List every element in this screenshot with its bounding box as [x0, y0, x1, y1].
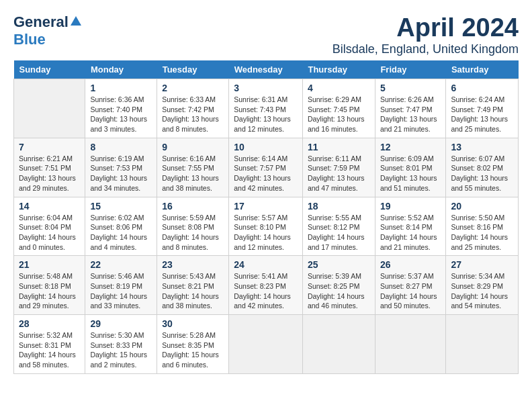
calendar-week-2: 7Sunrise: 6:21 AM Sunset: 7:51 PM Daylig… — [14, 138, 519, 197]
day-number: 2 — [162, 83, 224, 93]
calendar-table: SundayMondayTuesdayWednesdayThursdayFrid… — [13, 60, 519, 374]
calendar-cell: 25Sunrise: 5:39 AM Sunset: 8:25 PM Dayli… — [302, 256, 375, 315]
day-number: 1 — [90, 83, 152, 93]
day-info: Sunrise: 5:34 AM Sunset: 8:29 PM Dayligh… — [451, 271, 513, 311]
calendar-body: 1Sunrise: 6:36 AM Sunset: 7:40 PM Daylig… — [14, 79, 519, 374]
calendar-cell: 10Sunrise: 6:14 AM Sunset: 7:57 PM Dayli… — [229, 138, 303, 197]
calendar-cell: 20Sunrise: 5:50 AM Sunset: 8:16 PM Dayli… — [446, 197, 519, 256]
day-number: 14 — [19, 201, 80, 212]
day-info: Sunrise: 6:16 AM Sunset: 7:55 PM Dayligh… — [162, 154, 224, 193]
day-info: Sunrise: 6:31 AM Sunset: 7:43 PM Dayligh… — [234, 95, 298, 134]
day-number: 21 — [19, 259, 80, 270]
day-info: Sunrise: 6:24 AM Sunset: 7:49 PM Dayligh… — [451, 95, 513, 134]
day-number: 12 — [380, 142, 441, 152]
day-info: Sunrise: 6:07 AM Sunset: 8:02 PM Dayligh… — [451, 154, 513, 193]
day-number: 8 — [90, 142, 152, 152]
calendar-cell: 11Sunrise: 6:11 AM Sunset: 7:59 PM Dayli… — [302, 138, 375, 197]
calendar-cell: 17Sunrise: 5:57 AM Sunset: 8:10 PM Dayli… — [229, 197, 303, 256]
calendar-cell — [302, 315, 375, 374]
calendar-cell: 3Sunrise: 6:31 AM Sunset: 7:43 PM Daylig… — [229, 79, 303, 138]
day-info: Sunrise: 5:32 AM Sunset: 8:31 PM Dayligh… — [19, 330, 80, 370]
day-info: Sunrise: 6:36 AM Sunset: 7:40 PM Dayligh… — [90, 95, 152, 134]
day-number: 28 — [19, 318, 80, 329]
calendar-cell: 16Sunrise: 5:59 AM Sunset: 8:08 PM Dayli… — [157, 197, 229, 256]
calendar-cell: 21Sunrise: 5:48 AM Sunset: 8:18 PM Dayli… — [14, 256, 85, 315]
day-info: Sunrise: 6:29 AM Sunset: 7:45 PM Dayligh… — [308, 95, 370, 134]
calendar-cell: 2Sunrise: 6:33 AM Sunset: 7:42 PM Daylig… — [157, 79, 229, 138]
calendar-cell: 29Sunrise: 5:30 AM Sunset: 8:33 PM Dayli… — [85, 315, 157, 374]
month-title: April 2024 — [332, 13, 519, 42]
day-number: 4 — [308, 83, 370, 93]
calendar-cell: 4Sunrise: 6:29 AM Sunset: 7:45 PM Daylig… — [302, 79, 375, 138]
day-number: 3 — [234, 83, 298, 93]
calendar-cell: 27Sunrise: 5:34 AM Sunset: 8:29 PM Dayli… — [446, 256, 519, 315]
calendar-cell: 15Sunrise: 6:02 AM Sunset: 8:06 PM Dayli… — [85, 197, 157, 256]
day-number: 30 — [162, 318, 224, 329]
title-block: April 2024 Bilsdale, England, United Kin… — [332, 13, 519, 56]
day-info: Sunrise: 6:26 AM Sunset: 7:47 PM Dayligh… — [380, 95, 441, 134]
day-info: Sunrise: 6:19 AM Sunset: 7:53 PM Dayligh… — [90, 154, 152, 193]
day-number: 17 — [234, 201, 298, 212]
calendar-cell: 6Sunrise: 6:24 AM Sunset: 7:49 PM Daylig… — [446, 79, 519, 138]
day-number: 23 — [162, 259, 224, 270]
day-number: 20 — [451, 201, 513, 212]
day-info: Sunrise: 5:59 AM Sunset: 8:08 PM Dayligh… — [162, 213, 224, 253]
day-info: Sunrise: 6:21 AM Sunset: 7:51 PM Dayligh… — [19, 154, 80, 193]
calendar-cell: 8Sunrise: 6:19 AM Sunset: 7:53 PM Daylig… — [85, 138, 157, 197]
calendar-week-5: 28Sunrise: 5:32 AM Sunset: 8:31 PM Dayli… — [14, 315, 519, 374]
calendar-week-1: 1Sunrise: 6:36 AM Sunset: 7:40 PM Daylig… — [14, 79, 519, 138]
day-number: 25 — [308, 259, 370, 270]
logo-blue: Blue — [13, 31, 46, 48]
svg-marker-0 — [71, 16, 81, 26]
page-header: General Blue April 2024 Bilsdale, Englan… — [13, 13, 519, 56]
day-number: 15 — [90, 201, 152, 212]
calendar-cell — [446, 315, 519, 374]
day-info: Sunrise: 6:14 AM Sunset: 7:57 PM Dayligh… — [234, 154, 298, 193]
calendar-cell: 18Sunrise: 5:55 AM Sunset: 8:12 PM Dayli… — [302, 197, 375, 256]
day-info: Sunrise: 6:33 AM Sunset: 7:42 PM Dayligh… — [162, 95, 224, 134]
day-info: Sunrise: 5:28 AM Sunset: 8:35 PM Dayligh… — [162, 330, 224, 370]
day-number: 7 — [19, 142, 80, 152]
day-info: Sunrise: 5:57 AM Sunset: 8:10 PM Dayligh… — [234, 213, 298, 253]
day-info: Sunrise: 6:09 AM Sunset: 8:01 PM Dayligh… — [380, 154, 441, 193]
header-sunday: Sunday — [14, 60, 85, 79]
header-wednesday: Wednesday — [229, 60, 303, 79]
header-friday: Friday — [375, 60, 446, 79]
header-tuesday: Tuesday — [157, 60, 229, 79]
day-number: 18 — [308, 201, 370, 212]
day-number: 13 — [451, 142, 513, 152]
day-info: Sunrise: 5:55 AM Sunset: 8:12 PM Dayligh… — [308, 213, 370, 253]
day-info: Sunrise: 5:52 AM Sunset: 8:14 PM Dayligh… — [380, 213, 441, 253]
logo-icon — [70, 15, 82, 27]
day-number: 9 — [162, 142, 224, 152]
day-number: 16 — [162, 201, 224, 212]
logo: General Blue — [13, 13, 82, 48]
location-title: Bilsdale, England, United Kingdom — [332, 42, 519, 56]
day-number: 24 — [234, 259, 298, 270]
day-number: 5 — [380, 83, 441, 93]
day-info: Sunrise: 5:46 AM Sunset: 8:19 PM Dayligh… — [90, 271, 152, 311]
calendar-cell: 28Sunrise: 5:32 AM Sunset: 8:31 PM Dayli… — [14, 315, 85, 374]
calendar-cell: 5Sunrise: 6:26 AM Sunset: 7:47 PM Daylig… — [375, 79, 446, 138]
day-number: 10 — [234, 142, 298, 152]
calendar-cell: 22Sunrise: 5:46 AM Sunset: 8:19 PM Dayli… — [85, 256, 157, 315]
day-info: Sunrise: 5:37 AM Sunset: 8:27 PM Dayligh… — [380, 271, 441, 311]
header-saturday: Saturday — [446, 60, 519, 79]
day-info: Sunrise: 5:39 AM Sunset: 8:25 PM Dayligh… — [308, 271, 370, 311]
calendar-cell: 9Sunrise: 6:16 AM Sunset: 7:55 PM Daylig… — [157, 138, 229, 197]
header-thursday: Thursday — [302, 60, 375, 79]
calendar-cell: 7Sunrise: 6:21 AM Sunset: 7:51 PM Daylig… — [14, 138, 85, 197]
calendar-week-4: 21Sunrise: 5:48 AM Sunset: 8:18 PM Dayli… — [14, 256, 519, 315]
calendar-cell: 30Sunrise: 5:28 AM Sunset: 8:35 PM Dayli… — [157, 315, 229, 374]
day-number: 26 — [380, 259, 441, 270]
header-monday: Monday — [85, 60, 157, 79]
day-number: 19 — [380, 201, 441, 212]
calendar-cell: 23Sunrise: 5:43 AM Sunset: 8:21 PM Dayli… — [157, 256, 229, 315]
calendar-cell: 13Sunrise: 6:07 AM Sunset: 8:02 PM Dayli… — [446, 138, 519, 197]
calendar-cell — [375, 315, 446, 374]
calendar-cell: 1Sunrise: 6:36 AM Sunset: 7:40 PM Daylig… — [85, 79, 157, 138]
calendar-cell: 14Sunrise: 6:04 AM Sunset: 8:04 PM Dayli… — [14, 197, 85, 256]
day-info: Sunrise: 6:02 AM Sunset: 8:06 PM Dayligh… — [90, 213, 152, 253]
calendar-cell — [229, 315, 303, 374]
calendar-header-row: SundayMondayTuesdayWednesdayThursdayFrid… — [14, 60, 519, 79]
